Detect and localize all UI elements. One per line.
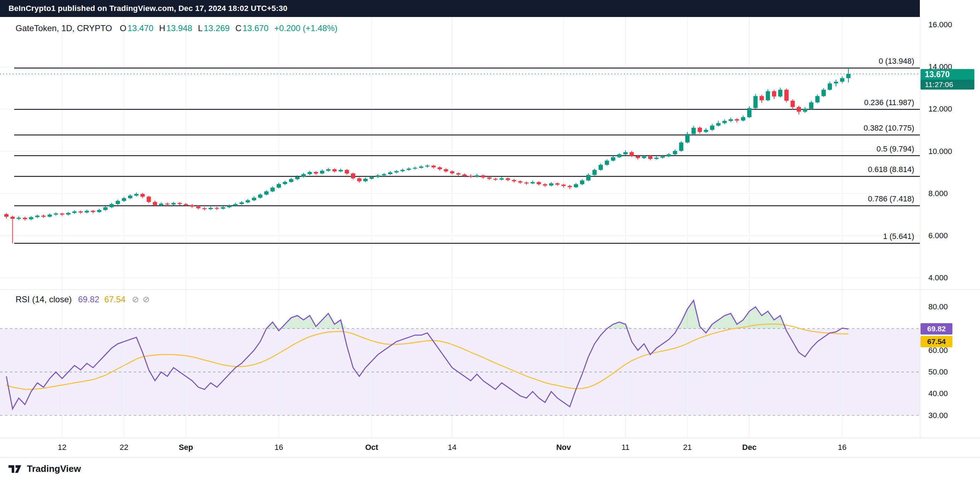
- rsi-ma-value: 67.54: [104, 295, 126, 305]
- ohlc-low: L13.269: [198, 23, 230, 33]
- fib-level-label: 0.618 (8.814): [868, 165, 914, 174]
- fib-level-label: 0.236 (11.987): [864, 98, 914, 107]
- bar-countdown: 11:27:06: [921, 80, 974, 89]
- price-tick-label: 4.000: [928, 273, 948, 282]
- ohlc-high: H13.948: [159, 23, 192, 33]
- pane-separator[interactable]: [0, 289, 980, 290]
- rsi-ma-value-badge: 67.54: [921, 336, 952, 347]
- rsi-tick-label: 80.00: [928, 302, 948, 311]
- grid-layer: [0, 17, 920, 290]
- publish-text: BeInCrypto1 published on TradingView.com…: [8, 4, 287, 13]
- time-tick-label: Nov: [556, 443, 571, 452]
- fib-level-label: 0 (13.948): [879, 57, 914, 65]
- price-tick-label: 12.000: [928, 104, 952, 114]
- rsi-tick-label: 30.00: [928, 411, 948, 420]
- symbol-title[interactable]: GateToken, 1D, CRYPTO: [16, 23, 112, 33]
- rsi-legend: RSI (14, close) 69.82 67.54 ⊘ ⊘: [16, 295, 153, 305]
- price-tick-label: 10.000: [928, 147, 952, 156]
- fib-retracement-layer: 0 (13.948)0.236 (11.987)0.382 (10.775)0.…: [14, 57, 920, 243]
- rsi-tick-label: 50.00: [928, 367, 948, 376]
- price-change: +0.200 (+1.48%): [274, 23, 337, 33]
- tradingview-logo-icon[interactable]: [8, 462, 22, 475]
- fib-level-label: 0.786 (7.418): [868, 195, 914, 203]
- time-axis-separator: [0, 438, 980, 438]
- ohlc-close: C13.670: [235, 23, 269, 33]
- hidden-input-icon[interactable]: ⊘: [143, 295, 150, 305]
- last-price-badge: 13.670 11:27:06: [921, 69, 974, 89]
- price-tick-label: 6.000: [928, 231, 948, 240]
- time-tick-label: Dec: [742, 443, 756, 452]
- last-price-value: 13.670: [921, 69, 974, 80]
- brand-name[interactable]: TradingView: [27, 463, 81, 474]
- price-axis-scale[interactable]: 13.670 11:27:06 69.82 67.54 16.00014.000…: [920, 0, 980, 480]
- ohlc-open: O13.470: [120, 23, 154, 33]
- rsi-tick-label: 40.00: [928, 389, 948, 398]
- time-tick-label: Sep: [179, 443, 193, 452]
- time-tick-label: 11: [622, 443, 630, 452]
- rsi-overbought-fill: [6, 301, 848, 329]
- symbol-legend: GateToken, 1D, CRYPTO O13.470 H13.948 L1…: [16, 23, 337, 33]
- rsi-value-badge: 69.82: [921, 323, 952, 335]
- fib-level-label: 0.382 (10.775): [864, 124, 914, 132]
- rsi-title[interactable]: RSI (14, close): [16, 295, 72, 305]
- main-price-chart[interactable]: 0 (13.948)0.236 (11.987)0.382 (10.775)0.…: [0, 17, 920, 290]
- price-tick-label: 8.000: [928, 189, 948, 198]
- publish-header: BeInCrypto1 published on TradingView.com…: [0, 0, 980, 17]
- rsi-value: 69.82: [78, 295, 99, 305]
- time-tick-label: 12: [58, 443, 66, 452]
- footer: TradingView: [0, 457, 980, 480]
- time-tick-label: 16: [838, 443, 846, 452]
- hidden-input-icon[interactable]: ⊘: [132, 295, 139, 305]
- time-tick-label: 16: [275, 443, 283, 452]
- rsi-indicator-pane[interactable]: [0, 290, 920, 438]
- time-tick-label: Oct: [365, 443, 378, 452]
- fib-level-label: 1 (5.641): [883, 232, 914, 241]
- fib-level-label: 0.5 (9.794): [877, 144, 914, 153]
- time-tick-label: 21: [683, 443, 692, 452]
- axis-separator: [920, 17, 920, 438]
- time-tick-label: 14: [448, 443, 457, 452]
- time-axis-scale[interactable]: 1222Sep16Oct14Nov1121Dec16: [0, 438, 980, 457]
- time-tick-label: 22: [119, 443, 128, 452]
- tradingview-snapshot-page: BeInCrypto1 published on TradingView.com…: [0, 0, 980, 480]
- price-tick-label: 16.000: [928, 20, 952, 29]
